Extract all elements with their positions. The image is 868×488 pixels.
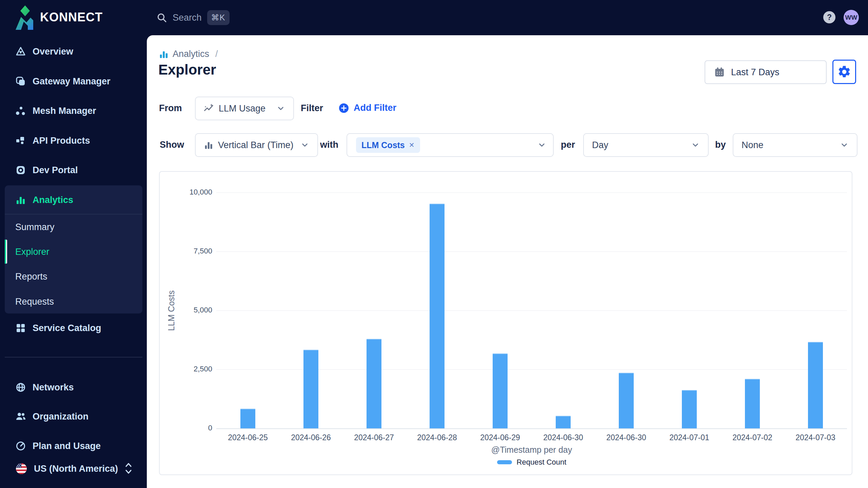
konnect-logo-icon[interactable] xyxy=(14,5,35,30)
chart-settings-button[interactable] xyxy=(832,60,856,84)
bar-column xyxy=(784,192,847,428)
x-tick-label: 2024-06-30 xyxy=(532,433,595,442)
sidebar-item-plan-and-usage[interactable]: Plan and Usage xyxy=(5,434,142,458)
metric-select[interactable]: LLM Costs ✕ xyxy=(347,133,554,157)
sidebar-item-gateway-manager[interactable]: Gateway Manager xyxy=(5,69,142,93)
bar[interactable] xyxy=(303,350,318,428)
bar[interactable] xyxy=(682,390,697,428)
sidebar-item-mesh-manager[interactable]: Mesh Manager xyxy=(5,99,142,123)
bar-column xyxy=(279,192,342,428)
search-icon xyxy=(156,12,167,23)
dev-portal-icon xyxy=(16,165,26,175)
group-by-dropdown[interactable]: None xyxy=(733,133,857,157)
sidebar-item-summary[interactable]: Summary xyxy=(5,217,142,237)
sidebar-item-label: Dev Portal xyxy=(33,165,78,176)
analytics-divider xyxy=(5,214,142,215)
bar[interactable] xyxy=(367,339,381,428)
sidebar-item-requests[interactable]: Requests xyxy=(5,291,142,312)
region-switcher[interactable]: US (North America) xyxy=(5,457,142,481)
breadcrumb-analytics[interactable]: Analytics xyxy=(173,49,209,59)
chart-type-dropdown[interactable]: Vertical Bar (Time) xyxy=(195,133,318,157)
analytics-icon xyxy=(16,195,26,205)
sidebar-item-label: Plan and Usage xyxy=(33,441,101,451)
metric-chip[interactable]: LLM Costs ✕ xyxy=(356,137,420,153)
sidebar-item-analytics[interactable]: Analytics xyxy=(5,188,142,212)
filter-label: Filter xyxy=(301,103,323,114)
sparkle-trend-icon xyxy=(204,103,214,114)
sidebar-item-reports[interactable]: Reports xyxy=(5,266,142,287)
sidebar: KONNECT Overview Gateway Manager Mesh Ma… xyxy=(0,0,147,488)
sidebar-section-analytics: Analytics Summary Explorer Reports Reque… xyxy=(5,185,142,313)
people-icon xyxy=(16,411,26,422)
bar[interactable] xyxy=(745,379,760,428)
bar-column xyxy=(216,192,279,428)
add-filter-button[interactable]: Add Filter xyxy=(339,103,396,113)
sidebar-item-overview[interactable]: Overview xyxy=(5,40,142,63)
api-products-icon xyxy=(16,136,26,146)
x-tick-label: 2024-06-28 xyxy=(406,433,469,442)
sidebar-item-label: Overview xyxy=(33,46,73,57)
metric-chip-label: LLM Costs xyxy=(361,140,405,150)
x-tick-label: 2024-07-01 xyxy=(658,433,721,442)
bar[interactable] xyxy=(556,416,571,428)
breadcrumb[interactable]: Analytics / xyxy=(159,49,218,59)
chevron-down-icon xyxy=(691,141,700,149)
sidebar-item-dev-portal[interactable]: Dev Portal xyxy=(5,158,142,182)
overview-icon xyxy=(16,46,26,57)
region-label: US (North America) xyxy=(34,464,118,474)
user-avatar[interactable]: WW xyxy=(844,10,859,25)
sidebar-item-api-products[interactable]: API Products xyxy=(5,129,142,152)
bar-column xyxy=(532,192,595,428)
global-search[interactable]: Search ⌘K xyxy=(156,0,230,35)
bar[interactable] xyxy=(493,353,508,428)
show-label: Show xyxy=(160,140,184,150)
calendar-icon xyxy=(714,67,725,78)
help-button[interactable]: ? xyxy=(823,11,835,23)
close-icon[interactable]: ✕ xyxy=(409,141,415,149)
chevron-down-icon xyxy=(840,141,849,149)
bar-chart-icon xyxy=(159,49,169,59)
bar[interactable] xyxy=(240,409,255,428)
brand-wordmark: KONNECT xyxy=(40,10,103,24)
sidebar-item-explorer[interactable]: Explorer xyxy=(5,242,142,262)
x-tick-label: 2024-06-26 xyxy=(279,433,342,442)
from-dropdown[interactable]: LLM Usage xyxy=(195,97,294,120)
sidebar-item-organization[interactable]: Organization xyxy=(5,405,142,428)
mesh-manager-icon xyxy=(16,106,26,116)
legend-label: Request Count xyxy=(517,458,567,467)
bar-column xyxy=(406,192,469,428)
bars xyxy=(216,192,847,428)
granularity-dropdown[interactable]: Day xyxy=(583,133,709,157)
y-tick-label: 7,500 xyxy=(170,247,212,256)
chevron-down-icon xyxy=(276,104,285,113)
sidebar-divider xyxy=(5,357,142,358)
group-by-value: None xyxy=(742,140,764,150)
sidebar-item-label: Networks xyxy=(33,382,74,393)
chart-card: LLM Costs 10,000 7,500 5,000 2,500 0 202… xyxy=(159,171,852,475)
from-label: From xyxy=(159,103,182,114)
sub-item-label: Requests xyxy=(15,297,54,307)
bar[interactable] xyxy=(808,342,823,428)
sidebar-item-label: Mesh Manager xyxy=(33,106,96,116)
page-title: Explorer xyxy=(158,62,216,78)
from-value: LLM Usage xyxy=(219,103,265,114)
chevron-up-down-icon xyxy=(124,462,133,475)
sidebar-item-label: Gateway Manager xyxy=(33,76,111,87)
x-axis-title: @Timestamp per day xyxy=(216,445,847,455)
bar-column xyxy=(342,192,406,428)
legend-item-request-count[interactable]: Request Count xyxy=(216,458,847,467)
search-placeholder: Search xyxy=(173,13,202,23)
bar[interactable] xyxy=(619,373,634,428)
sub-item-label: Reports xyxy=(15,271,47,282)
add-icon xyxy=(339,103,349,113)
breadcrumb-separator: / xyxy=(215,49,218,59)
y-tick-label: 10,000 xyxy=(170,188,212,197)
sidebar-item-networks[interactable]: Networks xyxy=(5,375,142,399)
bar[interactable] xyxy=(430,204,445,428)
us-flag-icon xyxy=(16,463,27,474)
gateway-manager-icon xyxy=(16,76,26,86)
date-range-picker[interactable]: Last 7 Days xyxy=(705,60,827,84)
sidebar-item-service-catalog[interactable]: Service Catalog xyxy=(5,316,142,340)
sidebar-item-label: API Products xyxy=(33,136,90,146)
x-tick-label: 2024-07-03 xyxy=(784,433,847,442)
